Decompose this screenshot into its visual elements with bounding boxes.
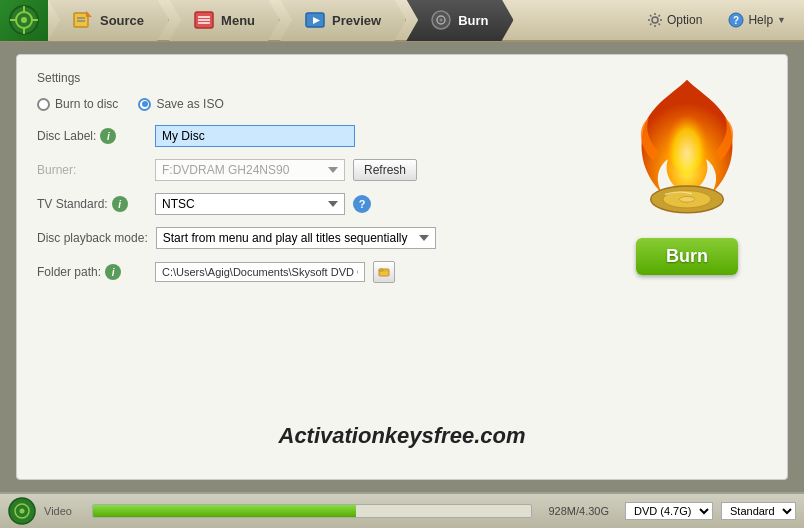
- burn-disc-radio[interactable]: [37, 98, 50, 111]
- svg-point-20: [652, 17, 658, 23]
- help-dropdown-icon: ▼: [777, 15, 786, 25]
- svg-point-2: [21, 17, 27, 23]
- gear-icon: [647, 12, 663, 28]
- refresh-button[interactable]: Refresh: [353, 159, 417, 181]
- tv-standard-label: TV Standard: i: [37, 196, 147, 212]
- preview-icon: [304, 9, 326, 31]
- preview-tab-label: Preview: [332, 13, 381, 28]
- tab-preview[interactable]: Preview: [280, 0, 406, 41]
- folder-path-info-icon[interactable]: i: [105, 264, 121, 280]
- source-icon: [72, 9, 94, 31]
- progress-bar-fill: [93, 505, 356, 517]
- flame-graphic: [622, 75, 752, 228]
- bottom-video-label: Video: [44, 505, 84, 517]
- help-icon: ?: [728, 12, 744, 28]
- option-button[interactable]: Option: [639, 9, 710, 31]
- watermark-text: Activationkeysfree.com: [17, 423, 787, 449]
- folder-path-input[interactable]: [155, 262, 365, 282]
- burn-tab-icon: [430, 9, 452, 31]
- menu-tab-icon: [193, 9, 215, 31]
- bottom-stats: 928M/4.30G: [540, 505, 617, 517]
- app-logo: [0, 0, 48, 41]
- folder-path-label: Folder path: i: [37, 264, 147, 280]
- svg-point-30: [20, 509, 25, 514]
- tv-standard-select[interactable]: NTSC PAL: [155, 193, 345, 215]
- tab-menu[interactable]: Menu: [169, 0, 280, 41]
- burn-to-disc-option[interactable]: Burn to disc: [37, 97, 118, 111]
- source-tab-label: Source: [100, 13, 144, 28]
- top-navigation: Source Menu Preview Burn: [0, 0, 804, 42]
- disc-label-label: Disc Label: i: [37, 128, 147, 144]
- logo-icon: [8, 4, 40, 36]
- disc-label-info-icon[interactable]: i: [100, 128, 116, 144]
- burn-button[interactable]: Burn: [636, 238, 738, 275]
- bottom-logo-icon: [8, 497, 36, 525]
- save-iso-radio[interactable]: [138, 98, 151, 111]
- menu-tab-label: Menu: [221, 13, 255, 28]
- burn-graphic-area: Burn: [607, 75, 767, 275]
- progress-bar: [92, 504, 532, 518]
- save-as-iso-label: Save as ISO: [156, 97, 223, 111]
- burn-to-disc-label: Burn to disc: [55, 97, 118, 111]
- option-label: Option: [667, 13, 702, 27]
- nav-right-controls: Option ? Help ▼: [639, 9, 804, 31]
- help-label: Help: [748, 13, 773, 27]
- help-button[interactable]: ? Help ▼: [720, 9, 794, 31]
- main-content: Settings Burn to disc Save as ISO Disc L…: [0, 42, 804, 492]
- folder-browse-icon: [378, 266, 390, 278]
- quality-select[interactable]: StandardHighBest: [721, 502, 796, 520]
- playback-mode-label: Disc playback mode:: [37, 231, 148, 245]
- burner-select[interactable]: F:DVDRAM GH24NS90: [155, 159, 345, 181]
- svg-rect-24: [379, 269, 383, 271]
- tab-source[interactable]: Source: [48, 0, 169, 41]
- burn-tab-label: Burn: [458, 13, 488, 28]
- save-as-iso-option[interactable]: Save as ISO: [138, 97, 223, 111]
- tab-burn[interactable]: Burn: [406, 0, 513, 41]
- folder-browse-button[interactable]: [373, 261, 395, 283]
- disc-type-select[interactable]: DVD (4.7G)DVD (8.5G)BD (25G): [625, 502, 713, 520]
- tv-standard-question-icon[interactable]: ?: [353, 195, 371, 213]
- svg-point-27: [679, 196, 694, 202]
- playback-mode-select[interactable]: Start from menu and play all titles sequ…: [156, 227, 436, 249]
- tv-standard-info-icon[interactable]: i: [112, 196, 128, 212]
- svg-text:?: ?: [733, 15, 739, 26]
- burner-label: Burner:: [37, 163, 147, 177]
- bottom-status-bar: Video 928M/4.30G DVD (4.7G)DVD (8.5G)BD …: [0, 492, 804, 528]
- settings-panel: Settings Burn to disc Save as ISO Disc L…: [16, 54, 788, 480]
- svg-marker-8: [86, 11, 92, 17]
- svg-point-19: [440, 19, 443, 22]
- disc-label-input[interactable]: [155, 125, 355, 147]
- svg-rect-7: [74, 13, 88, 27]
